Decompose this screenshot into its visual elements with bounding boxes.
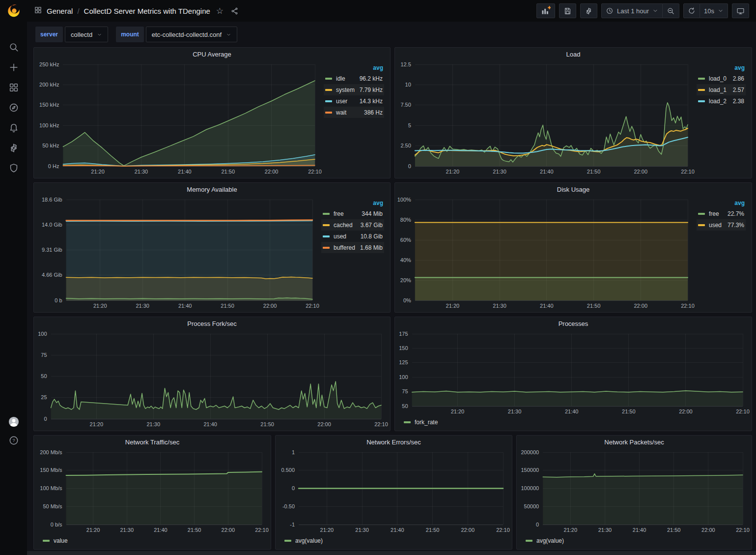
refresh-button[interactable]: [683, 3, 700, 18]
plot-area-network-traffic: 200 Mb/s150 Mb/s100 Mb/s50 Mb/s0 b/s21:2…: [36, 448, 269, 534]
chart-svg-network-packets: 20000015000010000050000021:2021:3021:402…: [519, 448, 750, 534]
y-tick-label: -0.50: [282, 503, 295, 509]
series-fill-free: [415, 278, 688, 301]
alerting-bell-icon[interactable]: [8, 122, 19, 133]
dashboard-title[interactable]: CollectD Server Metrics with TDengine: [84, 7, 210, 15]
legend-item[interactable]: value: [43, 537, 68, 544]
x-tick-label: 22:00: [263, 303, 277, 309]
x-tick-label: 22:00: [634, 303, 648, 309]
zoom-out-button[interactable]: [663, 3, 679, 18]
share-icon[interactable]: [230, 7, 239, 15]
panel-title[interactable]: Network Errors/sec: [366, 438, 421, 446]
time-range-button[interactable]: Last 1 hour: [601, 3, 663, 18]
x-tick-label: 21:30: [120, 527, 134, 533]
panel-header: Disk Usage: [395, 183, 752, 196]
y-tick-label: 0: [44, 416, 47, 422]
chart-svg-network-traffic: 200 Mb/s150 Mb/s100 Mb/s50 Mb/s0 b/s21:2…: [36, 448, 269, 534]
user-avatar[interactable]: [8, 416, 19, 427]
y-tick-label: 0%: [403, 297, 411, 303]
panel-title[interactable]: Process Fork/sec: [187, 320, 236, 327]
plot-area-process-fork: 100755025021:2021:3021:4021:5022:0022:10: [36, 330, 388, 429]
panel-title[interactable]: Memory Available: [187, 186, 237, 193]
legend-item[interactable]: load_02.86: [697, 73, 746, 84]
y-tick-label: 0.500: [281, 467, 295, 473]
panel-header: Load: [395, 48, 752, 60]
tv-mode-button[interactable]: [732, 3, 749, 18]
x-tick-label: 22:10: [681, 303, 695, 309]
panel-title[interactable]: CPU Average: [193, 51, 231, 58]
legend-item[interactable]: wait386 Hz: [324, 107, 384, 118]
legend-series-name: avg(value): [295, 537, 323, 544]
variables-bar: server collectd mount etc-collectd-colle…: [27, 22, 756, 47]
legend-item[interactable]: avg(value): [284, 537, 323, 544]
scrollbar-track[interactable]: [27, 551, 756, 555]
dashboard-settings-button[interactable]: [580, 3, 597, 18]
breadcrumb-folder[interactable]: General: [47, 7, 73, 15]
server-admin-shield-icon[interactable]: [8, 163, 19, 174]
x-tick-label: 22:10: [736, 527, 750, 533]
legend-item[interactable]: fork_rate: [404, 419, 438, 426]
variable-mount-select[interactable]: etc-collectd-collectd.conf: [146, 27, 237, 42]
legend-item[interactable]: system7.79 kHz: [324, 84, 384, 95]
panel-title[interactable]: Processes: [559, 320, 588, 327]
panel-title[interactable]: Load: [566, 51, 581, 58]
search-icon[interactable]: [8, 42, 19, 53]
help-icon[interactable]: ?: [8, 435, 19, 446]
legend-series-value: 96.2 kHz: [360, 75, 383, 82]
explore-compass-icon[interactable]: [8, 102, 19, 113]
legend-item[interactable]: load_12.57: [697, 84, 746, 95]
star-icon[interactable]: ☆: [216, 7, 224, 15]
panel-process-fork: Process Fork/sec100755025021:2021:3021:4…: [33, 317, 391, 431]
y-tick-label: 9.31 Gib: [42, 247, 62, 253]
legend-item[interactable]: used77.3%: [697, 219, 746, 231]
series-color-dash: [698, 100, 705, 102]
legend-series-value: 386 Hz: [364, 109, 383, 116]
y-tick-label: 200 kHz: [39, 82, 59, 88]
legend-item[interactable]: free22.7%: [697, 208, 746, 219]
series-fill-cached: [66, 277, 312, 300]
legend-item[interactable]: cached3.67 Gib: [321, 219, 384, 231]
panel-body: 250 kHz200 kHz150 kHz100 kHz50 kHz0 Hz21…: [34, 60, 390, 178]
dashboards-grid-icon[interactable]: [8, 82, 19, 93]
legend-item[interactable]: used10.8 Gib: [321, 231, 384, 242]
x-tick-label: 22:10: [306, 303, 319, 309]
save-dashboard-button[interactable]: [559, 3, 576, 18]
x-tick-label: 22:00: [265, 169, 279, 175]
plot-column: 250 kHz200 kHz150 kHz100 kHz50 kHz0 Hz21…: [36, 60, 322, 176]
plot-column: 20000015000010000050000021:2021:3021:402…: [519, 448, 750, 547]
y-tick-label: 200000: [521, 449, 539, 455]
time-picker-group: Last 1 hour: [601, 3, 679, 18]
legend-item[interactable]: idle96.2 kHz: [324, 73, 384, 84]
legend-item[interactable]: buffered1.68 Mib: [321, 242, 384, 253]
series-color-dash: [526, 540, 532, 542]
x-tick-label: 22:10: [681, 169, 695, 175]
panel-cpu-average: CPU Average250 kHz200 kHz150 kHz100 kHz5…: [33, 47, 391, 178]
y-tick-label: 40%: [400, 257, 411, 263]
legend-item[interactable]: load_22.38: [697, 95, 746, 107]
create-plus-icon[interactable]: [8, 62, 19, 73]
series-color-dash: [323, 224, 330, 226]
legend-series-name: user: [336, 98, 360, 105]
panel-title[interactable]: Disk Usage: [557, 186, 589, 193]
panel-header: Memory Available: [34, 183, 390, 196]
configuration-gear-icon[interactable]: [8, 143, 19, 153]
legend-item[interactable]: free344 Mib: [321, 208, 384, 219]
legend-item[interactable]: avg(value): [526, 537, 564, 544]
panel-title[interactable]: Network Traffic/sec: [125, 438, 179, 446]
add-panel-button[interactable]: [536, 3, 555, 18]
refresh-interval-button[interactable]: 10s: [700, 3, 728, 18]
y-tick-label: 50: [41, 373, 47, 379]
y-tick-label: 0 b/s: [51, 522, 62, 527]
variable-server-select[interactable]: collectd: [65, 27, 108, 42]
x-tick-label: 21:30: [147, 421, 161, 427]
panel-title[interactable]: Network Packets/sec: [604, 438, 664, 446]
legend-item[interactable]: user14.3 kHz: [324, 95, 384, 107]
panel-header: Process Fork/sec: [34, 317, 390, 330]
x-tick-label: 21:50: [221, 303, 234, 309]
legend-series-name: load_2: [709, 98, 733, 105]
chevron-down-icon: [718, 8, 724, 14]
plot-column: 10.5000-0.50-121:2021:3021:4021:5022:002…: [278, 448, 510, 547]
grafana-logo-icon[interactable]: [6, 3, 21, 20]
panel-body: 10.5000-0.50-121:2021:3021:4021:5022:002…: [276, 448, 512, 549]
legend-avg-header: avg: [697, 64, 746, 71]
